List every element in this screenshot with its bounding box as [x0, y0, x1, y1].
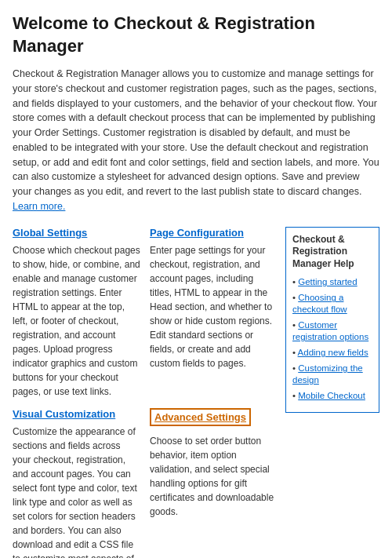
global-settings-link[interactable]: Global Settings [13, 227, 140, 239]
advanced-settings-text: Choose to set order button behavior, ite… [150, 434, 278, 519]
help-sidebar: Checkout & Registration Manager Help Get… [285, 227, 379, 413]
sidebar-item-checkout-flow: Choosing a checkout flow [292, 292, 372, 315]
customizing-design-link[interactable]: Customizing the design [292, 363, 363, 385]
checkout-flow-link[interactable]: Choosing a checkout flow [292, 293, 347, 314]
top-grid: Global Settings Choose which checkout pa… [13, 227, 278, 558]
advanced-settings-link[interactable]: Advanced Settings [150, 408, 251, 426]
adding-fields-link[interactable]: Adding new fields [298, 348, 368, 357]
intro-paragraph: Checkout & Registration Manager allows y… [13, 67, 379, 214]
sidebar-item-mobile-checkout: Mobile Checkout [292, 390, 372, 402]
customer-reg-link[interactable]: Customer registration options [292, 320, 368, 341]
global-settings-text: Choose which checkout pages to show, hid… [13, 243, 140, 399]
sidebar-item-adding-fields: Adding new fields [292, 347, 372, 359]
left-column: Global Settings Choose which checkout pa… [13, 227, 285, 558]
page-configuration-text: Enter page settings for your checkout, r… [150, 243, 278, 370]
mobile-checkout-sidebar-link[interactable]: Mobile Checkout [298, 391, 365, 400]
global-settings-section: Global Settings Choose which checkout pa… [13, 227, 140, 399]
page-title: Welcome to Checkout & Registration Manag… [13, 13, 379, 57]
visual-customization-text: Customize the appearance of sections and… [13, 425, 140, 558]
sidebar-item-getting-started: Getting started [292, 276, 372, 288]
learn-more-link[interactable]: Learn more. [13, 201, 65, 212]
getting-started-link[interactable]: Getting started [298, 277, 357, 286]
sidebar-title: Checkout & Registration Manager Help [292, 234, 372, 271]
visual-customization-section: Visual Customization Customize the appea… [13, 408, 140, 558]
advanced-settings-section: Advanced Settings Choose to set order bu… [150, 408, 278, 558]
visual-customization-link[interactable]: Visual Customization [13, 408, 140, 420]
sidebar-links-list: Getting started Choosing a checkout flow… [292, 276, 372, 401]
page-configuration-link[interactable]: Page Configuration [150, 227, 278, 239]
sidebar-item-customer-reg: Customer registration options [292, 319, 372, 343]
page-configuration-section: Page Configuration Enter page settings f… [150, 227, 278, 399]
sidebar-item-customizing-design: Customizing the design [292, 363, 372, 386]
main-content: Global Settings Choose which checkout pa… [13, 227, 379, 558]
